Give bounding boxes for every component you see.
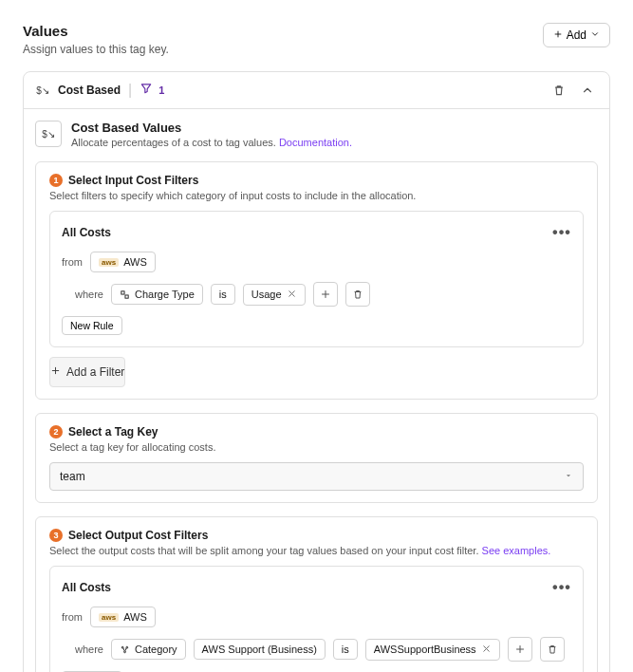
delete-button[interactable] — [549, 80, 569, 101]
provider-chip[interactable]: aws AWS — [90, 607, 156, 627]
from-keyword: from — [62, 256, 83, 268]
step1-subtitle: Select filters to specify which category… — [49, 190, 584, 201]
filter-count: 1 — [158, 84, 164, 96]
dimension-detail-chip[interactable]: AWS Support (Business) — [194, 639, 326, 660]
see-examples-link[interactable]: See examples. — [482, 545, 551, 556]
add-label: Add — [567, 28, 586, 42]
select-value: team — [60, 470, 85, 483]
lead-subtitle: Allocate percentages of a cost to tag va… — [71, 137, 352, 148]
step-badge-2: 2 — [49, 425, 63, 439]
remove-icon[interactable] — [287, 289, 297, 301]
where-keyword: where — [75, 644, 103, 655]
step3-subtitle: Select the output costs that will be spl… — [49, 545, 584, 556]
card-type-label: Cost Based — [58, 84, 121, 97]
add-filter-button[interactable]: Add a Filter — [49, 357, 125, 387]
step2-subtitle: Select a tag key for allocating costs. — [49, 441, 584, 453]
step-badge-3: 3 — [49, 529, 63, 542]
step2-title: Select a Tag Key — [68, 425, 158, 439]
separator: | — [128, 82, 132, 99]
filter-icon[interactable] — [140, 82, 153, 99]
cost-based-icon: $↘ — [35, 83, 50, 98]
provider-chip[interactable]: aws AWS — [90, 252, 156, 272]
category-icon — [120, 644, 130, 655]
svg-point-4 — [124, 650, 126, 652]
more-menu[interactable]: ••• — [552, 578, 571, 597]
new-rule-button[interactable]: New Rule — [62, 316, 122, 335]
cost-based-icon: $↘ — [35, 121, 62, 147]
svg-point-3 — [126, 646, 128, 648]
tag-key-select[interactable]: team — [49, 462, 584, 491]
plus-icon — [50, 365, 61, 379]
delete-condition-button[interactable] — [540, 637, 565, 662]
step-badge-1: 1 — [49, 174, 63, 187]
remove-icon[interactable] — [481, 644, 492, 656]
value-chip[interactable]: Usage — [243, 284, 306, 306]
svg-rect-1 — [125, 294, 128, 297]
dimension-chip[interactable]: Category — [111, 639, 186, 660]
caret-down-icon — [564, 470, 573, 483]
lead-title: Cost Based Values — [71, 121, 352, 135]
dimension-icon — [120, 289, 130, 300]
value-chip[interactable]: AWSSupportBusiness — [365, 639, 500, 661]
aws-icon: aws — [99, 258, 119, 267]
from-keyword: from — [62, 611, 83, 623]
operator-chip[interactable]: is — [211, 284, 235, 305]
dimension-chip[interactable]: Charge Type — [111, 284, 203, 305]
page-title: Values — [23, 23, 169, 39]
step3-title: Select Output Cost Filters — [68, 529, 208, 542]
filter-title: All Costs — [62, 581, 111, 594]
documentation-link[interactable]: Documentation. — [279, 137, 352, 148]
svg-rect-0 — [121, 290, 124, 293]
collapse-button[interactable] — [577, 80, 598, 101]
where-keyword: where — [75, 289, 103, 300]
page-subtitle: Assign values to this tag key. — [23, 43, 169, 56]
chevron-down-icon — [590, 28, 600, 42]
filter-title: All Costs — [62, 226, 111, 239]
svg-point-2 — [121, 646, 123, 648]
step1-title: Select Input Cost Filters — [68, 174, 198, 187]
plus-icon — [553, 28, 563, 42]
add-condition-button[interactable] — [508, 637, 532, 662]
add-condition-button[interactable] — [313, 282, 338, 307]
delete-condition-button[interactable] — [345, 282, 370, 307]
add-button[interactable]: Add — [543, 23, 610, 47]
operator-chip[interactable]: is — [333, 639, 358, 660]
aws-icon: aws — [99, 613, 119, 622]
more-menu[interactable]: ••• — [552, 223, 571, 242]
